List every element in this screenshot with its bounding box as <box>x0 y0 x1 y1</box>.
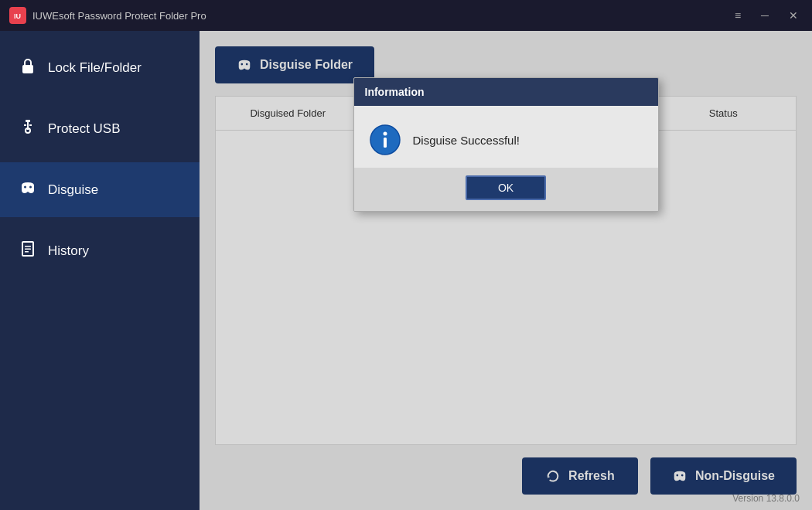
sidebar-label-usb: Protect USB <box>48 121 121 137</box>
svg-rect-11 <box>25 246 31 247</box>
svg-rect-20 <box>384 138 387 148</box>
dialog-title: Information <box>354 78 658 106</box>
sidebar-item-lock-file-folder[interactable]: Lock File/Folder <box>0 40 200 95</box>
app-title: IUWEsoft Password Protect Folder Pro <box>32 10 206 22</box>
sidebar-label-history: History <box>48 243 89 259</box>
svg-rect-12 <box>25 249 31 250</box>
dialog-footer: OK <box>354 168 658 211</box>
mask-icon <box>19 179 37 200</box>
usb-icon <box>19 118 37 139</box>
svg-point-19 <box>383 132 387 136</box>
svg-rect-7 <box>29 124 32 126</box>
history-icon <box>19 240 37 261</box>
svg-rect-6 <box>24 124 26 126</box>
sidebar-label-disguise: Disguise <box>48 182 98 198</box>
app-logo: IU <box>9 7 26 24</box>
lock-icon <box>19 57 37 78</box>
svg-text:IU: IU <box>14 12 21 20</box>
content-area: Disguise Folder Disguised Folder Disguis… <box>200 31 812 510</box>
svg-point-8 <box>24 186 26 189</box>
sidebar: Lock File/Folder Protect USB <box>0 31 200 510</box>
dialog-ok-button[interactable]: OK <box>466 175 546 200</box>
svg-rect-2 <box>22 65 33 73</box>
title-bar-controls: ≡ ─ ✕ <box>730 8 803 23</box>
title-bar-left: IU IUWEsoft Password Protect Folder Pro <box>9 7 206 24</box>
sidebar-item-disguise[interactable]: Disguise <box>0 162 200 217</box>
sidebar-item-protect-usb[interactable]: Protect USB <box>0 101 200 156</box>
dialog-body: Disguise Successful! <box>354 106 658 168</box>
sidebar-label-lock: Lock File/Folder <box>48 60 142 76</box>
svg-rect-3 <box>26 120 30 122</box>
dialog-overlay: Information Disguise Successful! OK <box>200 31 812 510</box>
menu-button[interactable]: ≡ <box>730 8 745 23</box>
svg-rect-13 <box>25 251 29 253</box>
information-dialog: Information Disguise Successful! OK <box>353 77 659 212</box>
sidebar-item-history[interactable]: History <box>0 223 200 278</box>
minimize-button[interactable]: ─ <box>756 8 773 23</box>
close-button[interactable]: ✕ <box>784 8 803 23</box>
title-bar: IU IUWEsoft Password Protect Folder Pro … <box>0 0 812 31</box>
dialog-message: Disguise Successful! <box>413 134 520 147</box>
main-layout: Lock File/Folder Protect USB <box>0 31 812 510</box>
svg-point-9 <box>29 186 32 189</box>
svg-point-5 <box>26 128 30 133</box>
info-icon <box>370 124 401 155</box>
